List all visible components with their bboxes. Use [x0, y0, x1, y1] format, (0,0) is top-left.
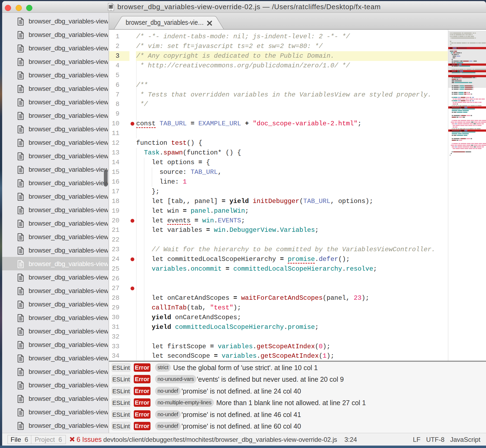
svg-text:browser_dbg_variables-vie…: browser_dbg_variables-vie… — [126, 19, 204, 26]
svg-text:JS: JS — [110, 9, 112, 11]
